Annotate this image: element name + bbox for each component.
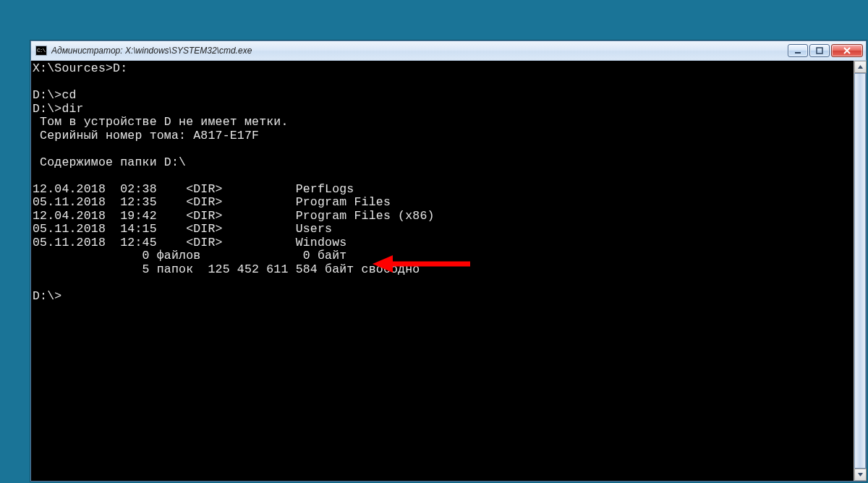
vertical-scrollbar[interactable] — [854, 61, 866, 481]
minimize-button[interactable] — [788, 44, 808, 57]
scroll-up-button[interactable] — [854, 61, 867, 73]
client-area: X:\Sources>D: D:\>cd D:\>dir Том в устро… — [30, 61, 867, 482]
console-line: 0 файлов 0 байт — [33, 249, 346, 262]
cmd-icon: C:\ — [35, 46, 47, 56]
console-line: D:\>dir — [33, 102, 84, 116]
svg-rect-1 — [817, 48, 822, 54]
titlebar[interactable]: C:\ Администратор: X:\windows\SYSTEM32\c… — [30, 40, 867, 61]
scroll-down-button[interactable] — [854, 469, 867, 481]
console-line: Содержимое папки D:\ — [33, 155, 186, 169]
svg-rect-0 — [795, 52, 801, 54]
console-output[interactable]: X:\Sources>D: D:\>cd D:\>dir Том в устро… — [31, 61, 854, 481]
console-line: X:\Sources>D: — [33, 61, 127, 75]
console-line: D:\>cd — [33, 88, 77, 102]
scroll-thumb[interactable] — [854, 73, 866, 469]
maximize-button[interactable] — [809, 44, 830, 57]
scroll-track[interactable] — [854, 73, 866, 469]
console-line: 05.11.2018 12:35 <DIR> Program Files — [33, 195, 391, 209]
console-line: D:\> — [33, 289, 61, 303]
console-line: 5 папок 125 452 611 584 байт свободно — [33, 262, 420, 276]
console-line: 12.04.2018 19:42 <DIR> Program Files (x8… — [33, 209, 435, 223]
cmd-window: C:\ Администратор: X:\windows\SYSTEM32\c… — [30, 40, 867, 482]
console-line: Том в устройстве D не имеет метки. — [33, 115, 289, 129]
close-button[interactable] — [831, 44, 863, 57]
window-title: Администратор: X:\windows\SYSTEM32\cmd.e… — [51, 46, 783, 56]
console-line: Серийный номер тома: A817-E17F — [33, 129, 259, 142]
console-line: 05.11.2018 12:45 <DIR> Windows — [33, 236, 346, 249]
window-controls — [788, 44, 863, 57]
console-line: 05.11.2018 14:15 <DIR> Users — [33, 222, 332, 236]
console-line: 12.04.2018 02:38 <DIR> PerfLogs — [33, 182, 354, 196]
